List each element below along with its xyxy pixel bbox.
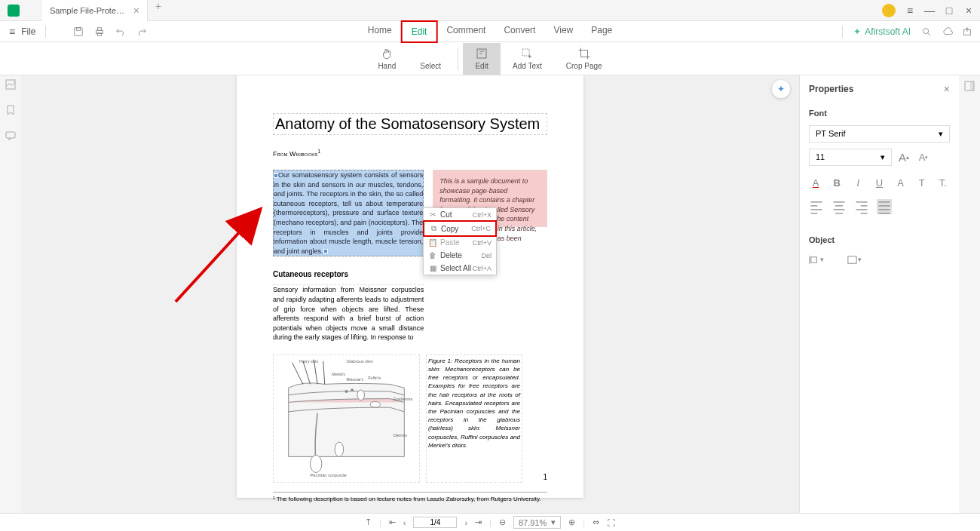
object-section-label: Object [809, 235, 950, 244]
hamburger-icon: ≡ [9, 26, 15, 38]
thumbnails-icon[interactable] [5, 78, 17, 91]
zoom-select[interactable]: 87.91% ▾ [513, 516, 561, 529]
ribbon-edit[interactable]: Edit [463, 43, 501, 75]
ribbon-crop-label: Crop Page [566, 62, 602, 70]
scroll-top-icon[interactable]: ⤒ [365, 517, 372, 527]
svg-rect-3 [97, 27, 101, 30]
align-justify-icon[interactable] [877, 199, 892, 214]
cursor-icon [424, 47, 437, 60]
svg-text:Ruffini's: Ruffini's [368, 376, 381, 380]
print-icon[interactable] [94, 26, 105, 37]
selected-text-block[interactable]: Our somatosensory system consists of sen… [273, 170, 424, 256]
ctx-delete[interactable]: 🗑 Delete Del [424, 249, 496, 262]
font-family-select[interactable]: PT Serif ▾ [809, 125, 950, 143]
ribbon: Hand Select Edit Add Text Crop Page [0, 42, 980, 75]
fit-page-icon[interactable]: ⛶ [607, 518, 615, 527]
doc-subheading[interactable]: Cutaneous receptors [273, 270, 424, 278]
menubar: ≡ File Home Edit Comment Convert View Pa… [0, 21, 980, 42]
align-center-icon[interactable] [831, 199, 847, 214]
ai-link[interactable]: ✦ Afirstsoft AI [853, 26, 911, 37]
last-page-icon[interactable]: ⇥ [475, 517, 482, 527]
app-icon [8, 5, 20, 17]
undo-icon[interactable] [115, 26, 126, 37]
minimize-icon[interactable]: — [924, 5, 935, 16]
bold-icon[interactable]: B [830, 175, 844, 190]
doc-footnote[interactable]: ¹ The following description is based on … [273, 492, 547, 502]
save-icon[interactable] [73, 26, 84, 37]
canvas-area[interactable]: Anatomy of the Somatosensory System From… [21, 75, 799, 513]
ribbon-add-text[interactable]: Add Text [501, 43, 554, 75]
main-tab-edit[interactable]: Edit [401, 20, 438, 43]
main-tab-comment[interactable]: Comment [437, 20, 495, 43]
floating-ai-button[interactable]: ✦ [772, 80, 790, 98]
panel-toggle-icon[interactable] [963, 80, 975, 92]
ribbon-hand[interactable]: Hand [366, 43, 408, 75]
ctx-copy[interactable]: ⧉ Copy Ctrl+C [423, 220, 497, 237]
italic-icon[interactable]: I [851, 175, 865, 190]
fill-object-icon[interactable]: ▾ [847, 252, 862, 267]
doc-body-text[interactable]: Sensory information from Meissner corpus… [273, 284, 424, 342]
font-shrink-icon[interactable]: A▾ [916, 150, 931, 165]
ctx-cut[interactable]: ✂ Cut Ctrl+X [424, 208, 496, 221]
align-left-icon[interactable] [809, 199, 824, 214]
doc-figure-caption[interactable]: Figure 1: Receptors in the human skin: M… [426, 355, 522, 483]
cloud-icon[interactable] [942, 26, 953, 37]
svg-rect-10 [6, 132, 15, 138]
crop-icon [577, 47, 591, 60]
highlight-icon[interactable]: A [894, 175, 908, 190]
main-tab-view[interactable]: View [544, 20, 582, 43]
fit-width-icon[interactable]: ⇔ [593, 517, 599, 527]
svg-text:Meissner's: Meissner's [347, 378, 364, 382]
superscript-icon[interactable]: T [915, 175, 929, 190]
doc-title[interactable]: Anatomy of the Somatosensory System [273, 113, 547, 135]
page-number-input[interactable] [413, 517, 457, 528]
zoom-out-icon[interactable]: ⊖ [499, 517, 506, 527]
first-page-icon[interactable]: ⇤ [389, 517, 396, 527]
document-tab[interactable]: Sample File-Protected (1... × [42, 0, 148, 21]
align-right-icon[interactable] [854, 199, 869, 214]
ctx-select-all[interactable]: ▦ Select All Ctrl+A [424, 262, 496, 275]
properties-close-icon[interactable]: × [944, 83, 950, 95]
underline-icon[interactable]: U [872, 175, 886, 190]
prev-page-icon[interactable]: ‹ [403, 518, 406, 527]
font-section-label: Font [809, 109, 950, 118]
document-tabs: Sample File-Protected (1... × + [42, 0, 169, 21]
titlebar: Sample File-Protected (1... × + ≡ — □ × [0, 0, 980, 21]
doc-subtitle[interactable]: From Wikibooks1 [273, 149, 547, 158]
align-object-icon[interactable]: ▾ [809, 252, 824, 267]
next-page-icon[interactable]: › [464, 518, 467, 527]
maximize-icon[interactable]: □ [944, 5, 954, 16]
subscript-icon[interactable]: T. [936, 175, 950, 190]
main-tab-convert[interactable]: Convert [495, 20, 544, 43]
main-tab-page[interactable]: Page [582, 20, 621, 43]
ribbon-select[interactable]: Select [408, 43, 453, 75]
main-tab-home[interactable]: Home [359, 20, 401, 43]
share-icon[interactable] [962, 26, 972, 37]
file-menu[interactable]: ≡ File [9, 26, 36, 38]
chevron-down-icon: ▾ [939, 129, 943, 139]
svg-rect-27 [970, 81, 974, 91]
svg-text:Glabrous skin: Glabrous skin [347, 359, 373, 364]
menu-icon[interactable]: ≡ [905, 5, 915, 16]
comment-icon[interactable] [5, 130, 17, 142]
properties-panel: Properties × Font PT Serif ▾ 11 ▾ A▴ A▾ … [799, 75, 959, 513]
redo-icon[interactable] [136, 26, 147, 37]
tab-add-button[interactable]: + [148, 0, 169, 21]
font-size-select[interactable]: 11 ▾ [809, 149, 892, 166]
search-icon[interactable] [921, 26, 932, 37]
user-avatar[interactable] [882, 4, 896, 17]
font-color-icon[interactable]: A [809, 175, 822, 190]
svg-point-16 [370, 401, 380, 407]
chevron-down-icon: ▾ [880, 152, 885, 162]
doc-figure[interactable]: Hairy skin Glabrous skin Epidermis Der [273, 355, 420, 483]
pdf-page[interactable]: Anatomy of the Somatosensory System From… [237, 75, 583, 498]
close-icon[interactable]: × [963, 5, 974, 16]
svg-text:Pacinian corpuscle: Pacinian corpuscle [311, 473, 347, 477]
delete-icon: 🗑 [428, 251, 437, 259]
bookmark-icon[interactable] [5, 104, 17, 116]
zoom-in-icon[interactable]: ⊕ [568, 517, 575, 527]
tab-close-icon[interactable]: × [133, 5, 139, 17]
ribbon-crop-page[interactable]: Crop Page [554, 43, 614, 75]
cut-icon: ✂ [428, 210, 437, 219]
font-grow-icon[interactable]: A▴ [896, 150, 911, 165]
